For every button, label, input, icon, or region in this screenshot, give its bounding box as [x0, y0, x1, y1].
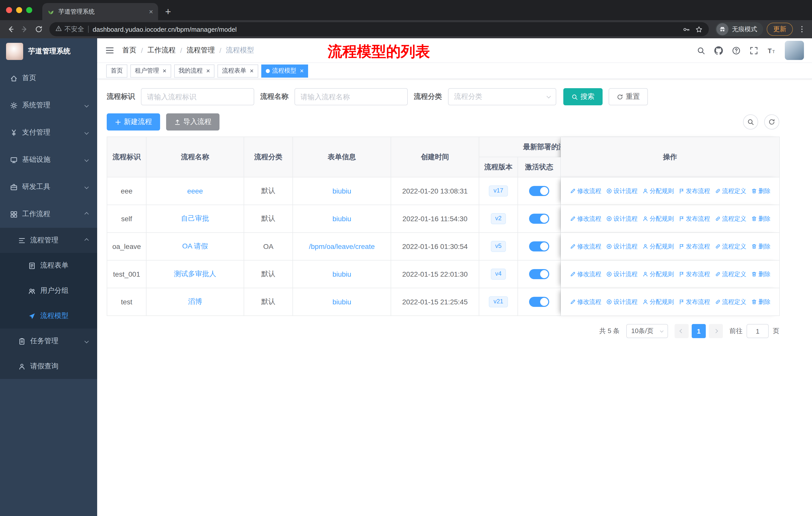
sidebar-item-home[interactable]: 首页: [0, 64, 97, 92]
active-toggle[interactable]: [529, 186, 549, 196]
search-button[interactable]: 搜索: [563, 88, 603, 105]
action-delete[interactable]: 删除: [751, 270, 771, 278]
reset-button[interactable]: 重置: [609, 88, 648, 105]
sidebar-collapse-icon[interactable]: [105, 46, 114, 55]
create-process-button[interactable]: 新建流程: [107, 113, 160, 131]
process-name-link[interactable]: 自己审批: [181, 214, 209, 222]
reload-icon[interactable]: [32, 23, 45, 36]
question-icon[interactable]: [732, 46, 741, 55]
action-delete[interactable]: 删除: [751, 187, 771, 195]
close-icon[interactable]: ×: [163, 67, 166, 74]
action-design[interactable]: 设计流程: [606, 298, 638, 306]
bookmark-star-icon[interactable]: [695, 25, 703, 33]
incognito-badge[interactable]: 无痕模式: [715, 22, 763, 36]
sidebar-item-process-model[interactable]: 流程模型: [0, 303, 97, 329]
back-icon[interactable]: [4, 23, 17, 36]
fontsize-icon[interactable]: TT: [767, 46, 776, 55]
form-info-link[interactable]: biubiu: [332, 215, 351, 223]
action-design[interactable]: 设计流程: [606, 270, 638, 278]
key-icon[interactable]: [683, 25, 690, 33]
filter-input-process-id[interactable]: [141, 88, 254, 105]
action-publish[interactable]: 发布流程: [678, 214, 710, 223]
next-page-button[interactable]: [709, 324, 723, 338]
url-bar[interactable]: 不安全 dashboard.yudao.iocoder.cn/bpm/manag…: [49, 22, 709, 36]
tab-close-icon[interactable]: ×: [149, 7, 153, 16]
action-publish[interactable]: 发布流程: [678, 298, 710, 306]
breadcrumb-item[interactable]: 流程模型: [226, 46, 254, 55]
action-design[interactable]: 设计流程: [606, 187, 638, 195]
sidebar-item-workflow[interactable]: 工作流程: [0, 200, 97, 228]
sidebar-item-devtools[interactable]: 研发工具: [0, 173, 97, 200]
sidebar-item-process-mgmt[interactable]: 流程管理: [0, 228, 97, 253]
close-window-button[interactable]: [6, 7, 12, 13]
action-assign[interactable]: 分配规则: [642, 214, 674, 223]
action-publish[interactable]: 发布流程: [678, 242, 710, 251]
browser-update-button[interactable]: 更新: [767, 23, 793, 36]
process-name-link[interactable]: 滔博: [188, 297, 202, 305]
toggle-search-icon[interactable]: [743, 114, 758, 130]
new-tab-button[interactable]: +: [165, 6, 171, 18]
tag-process-form[interactable]: 流程表单×: [218, 64, 258, 77]
form-info-link[interactable]: biubiu: [332, 270, 351, 278]
active-toggle[interactable]: [529, 269, 549, 279]
close-icon[interactable]: ×: [250, 67, 254, 74]
browser-tab[interactable]: 芋道管理系统 ×: [42, 3, 158, 20]
fullscreen-icon[interactable]: [750, 46, 758, 55]
action-assign[interactable]: 分配规则: [642, 242, 674, 251]
active-toggle[interactable]: [529, 241, 549, 251]
minimize-window-button[interactable]: [16, 7, 22, 13]
action-delete[interactable]: 删除: [751, 214, 771, 223]
sidebar-item-task-mgmt[interactable]: 任务管理: [0, 329, 97, 354]
action-publish[interactable]: 发布流程: [678, 187, 710, 195]
action-assign[interactable]: 分配规则: [642, 298, 674, 306]
action-definition[interactable]: 流程定义: [715, 298, 746, 306]
url-text[interactable]: dashboard.yudao.iocoder.cn/bpm/manager/m…: [93, 25, 678, 33]
zoom-window-button[interactable]: [26, 7, 32, 13]
action-definition[interactable]: 流程定义: [715, 214, 746, 223]
action-assign[interactable]: 分配规则: [642, 270, 674, 278]
tag-my-process[interactable]: 我的流程×: [174, 64, 214, 77]
action-edit[interactable]: 修改流程: [570, 298, 601, 306]
action-edit[interactable]: 修改流程: [570, 214, 601, 223]
action-definition[interactable]: 流程定义: [715, 242, 746, 251]
active-toggle[interactable]: [529, 214, 549, 224]
sidebar-item-infra[interactable]: 基础设施: [0, 146, 97, 173]
action-delete[interactable]: 删除: [751, 242, 771, 251]
action-delete[interactable]: 删除: [751, 298, 771, 306]
forward-icon[interactable]: [18, 23, 31, 36]
refresh-table-icon[interactable]: [764, 114, 779, 130]
action-publish[interactable]: 发布流程: [678, 270, 710, 278]
search-icon[interactable]: [697, 46, 705, 55]
form-info-link[interactable]: biubiu: [332, 187, 351, 195]
action-assign[interactable]: 分配规则: [642, 187, 674, 195]
process-name-link[interactable]: 测试多审批人: [174, 270, 216, 278]
action-definition[interactable]: 流程定义: [715, 187, 746, 195]
action-edit[interactable]: 修改流程: [570, 270, 601, 278]
form-info-link[interactable]: /bpm/oa/leave/create: [309, 242, 375, 250]
close-icon[interactable]: ×: [206, 67, 210, 74]
prev-page-button[interactable]: [674, 324, 689, 338]
action-edit[interactable]: 修改流程: [570, 242, 601, 251]
breadcrumb-item[interactable]: 工作流程: [147, 46, 176, 55]
sidebar-item-user-group[interactable]: 用户分组: [0, 278, 97, 303]
process-name-link[interactable]: eeee: [187, 187, 203, 195]
filter-select-category[interactable]: 流程分类: [448, 88, 556, 105]
action-design[interactable]: 设计流程: [606, 214, 638, 223]
browser-menu-icon[interactable]: [798, 25, 806, 33]
filter-input-process-name[interactable]: [294, 88, 408, 105]
github-icon[interactable]: [714, 46, 723, 55]
action-definition[interactable]: 流程定义: [715, 270, 746, 278]
sidebar-logo[interactable]: 芋道管理系统: [0, 38, 97, 64]
sidebar-item-leave-query[interactable]: 请假查询: [0, 354, 97, 379]
tag-tenant[interactable]: 租户管理×: [130, 64, 171, 77]
process-name-link[interactable]: OA 请假: [182, 242, 208, 250]
action-edit[interactable]: 修改流程: [570, 187, 601, 195]
not-secure-warning[interactable]: 不安全: [55, 25, 84, 34]
breadcrumb-item[interactable]: 流程管理: [187, 46, 215, 55]
user-avatar[interactable]: [785, 41, 804, 60]
sidebar-item-system[interactable]: 系统管理: [0, 92, 97, 119]
page-size-select[interactable]: 10条/页: [626, 324, 668, 338]
goto-page-input[interactable]: [747, 324, 769, 338]
active-toggle[interactable]: [529, 297, 549, 307]
tag-home[interactable]: 首页: [106, 64, 127, 77]
